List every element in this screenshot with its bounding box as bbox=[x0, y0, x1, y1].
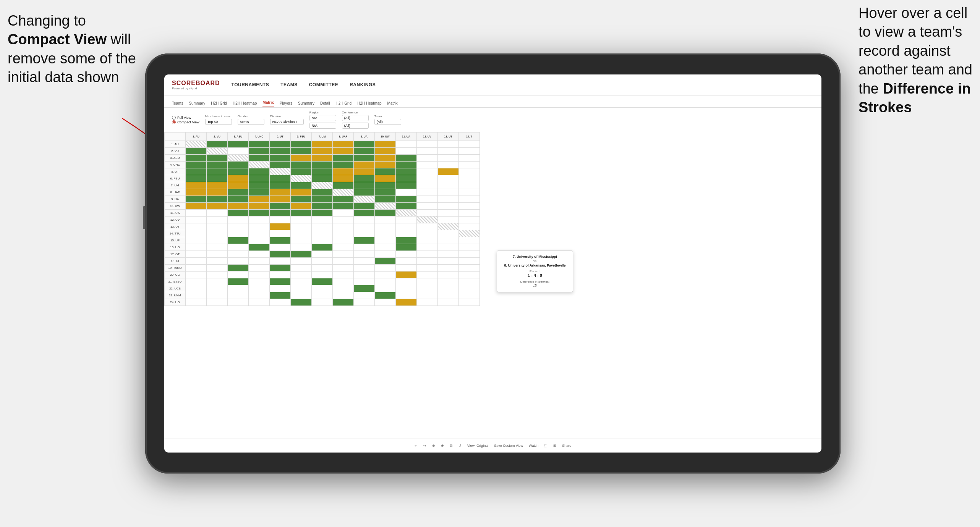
matrix-cell[interactable] bbox=[333, 189, 354, 196]
matrix-cell[interactable] bbox=[228, 237, 249, 244]
matrix-cell[interactable] bbox=[459, 251, 480, 258]
matrix-cell[interactable] bbox=[312, 244, 333, 251]
matrix-cell[interactable] bbox=[249, 148, 270, 155]
matrix-cell[interactable] bbox=[354, 272, 375, 278]
region-select2[interactable]: N/A bbox=[309, 123, 336, 129]
tab-detail[interactable]: Detail bbox=[320, 101, 330, 107]
matrix-cell[interactable] bbox=[186, 244, 207, 251]
matrix-cell[interactable] bbox=[333, 217, 354, 223]
matrix-cell[interactable] bbox=[186, 251, 207, 258]
matrix-cell[interactable] bbox=[312, 175, 333, 182]
matrix-cell[interactable] bbox=[207, 196, 228, 203]
matrix-cell[interactable] bbox=[291, 258, 312, 265]
matrix-cell[interactable] bbox=[396, 162, 417, 168]
matrix-cell[interactable] bbox=[417, 168, 438, 175]
matrix-cell[interactable] bbox=[438, 265, 459, 272]
matrix-cell[interactable] bbox=[207, 175, 228, 182]
matrix-cell[interactable] bbox=[375, 258, 396, 265]
matrix-cell[interactable] bbox=[312, 203, 333, 210]
matrix-cell[interactable] bbox=[396, 285, 417, 292]
tab-players[interactable]: Players bbox=[280, 101, 292, 107]
matrix-cell[interactable] bbox=[459, 217, 480, 223]
matrix-cell[interactable] bbox=[333, 237, 354, 244]
matrix-cell[interactable] bbox=[417, 148, 438, 155]
matrix-cell[interactable] bbox=[396, 182, 417, 189]
matrix-cell[interactable] bbox=[312, 148, 333, 155]
matrix-cell[interactable] bbox=[291, 175, 312, 182]
matrix-cell[interactable] bbox=[228, 203, 249, 210]
matrix-cell[interactable] bbox=[312, 265, 333, 272]
matrix-cell[interactable] bbox=[354, 285, 375, 292]
matrix-cell[interactable] bbox=[375, 168, 396, 175]
matrix-cell[interactable] bbox=[417, 210, 438, 217]
matrix-cell[interactable] bbox=[186, 285, 207, 292]
matrix-cell[interactable] bbox=[228, 251, 249, 258]
gender-select[interactable]: Men's bbox=[238, 119, 264, 125]
matrix-cell[interactable] bbox=[228, 258, 249, 265]
matrix-cell[interactable] bbox=[312, 189, 333, 196]
matrix-cell[interactable] bbox=[375, 189, 396, 196]
matrix-cell[interactable] bbox=[375, 292, 396, 299]
matrix-cell[interactable] bbox=[291, 182, 312, 189]
matrix-cell[interactable] bbox=[438, 141, 459, 148]
matrix-cell[interactable] bbox=[438, 223, 459, 230]
nav-committee[interactable]: COMMITTEE bbox=[309, 82, 339, 87]
matrix-cell[interactable] bbox=[291, 148, 312, 155]
matrix-cell[interactable] bbox=[186, 272, 207, 278]
matrix-cell[interactable] bbox=[249, 292, 270, 299]
matrix-cell[interactable] bbox=[207, 162, 228, 168]
matrix-cell[interactable] bbox=[333, 210, 354, 217]
matrix-cell[interactable] bbox=[186, 148, 207, 155]
matrix-cell[interactable] bbox=[354, 141, 375, 148]
matrix-cell[interactable] bbox=[375, 285, 396, 292]
matrix-cell[interactable] bbox=[459, 244, 480, 251]
matrix-cell[interactable] bbox=[270, 285, 291, 292]
matrix-cell[interactable] bbox=[459, 230, 480, 237]
matrix-cell[interactable] bbox=[312, 182, 333, 189]
matrix-cell[interactable] bbox=[186, 299, 207, 306]
matrix-cell[interactable] bbox=[333, 223, 354, 230]
matrix-cell[interactable] bbox=[354, 210, 375, 217]
matrix-cell[interactable] bbox=[186, 230, 207, 237]
matrix-cell[interactable] bbox=[375, 223, 396, 230]
nav-tournaments[interactable]: TOURNAMENTS bbox=[232, 82, 269, 87]
matrix-cell[interactable] bbox=[438, 148, 459, 155]
matrix-cell[interactable] bbox=[333, 168, 354, 175]
matrix-cell[interactable] bbox=[417, 217, 438, 223]
matrix-cell[interactable] bbox=[459, 203, 480, 210]
matrix-cell[interactable] bbox=[438, 155, 459, 162]
matrix-cell[interactable] bbox=[333, 148, 354, 155]
matrix-cell[interactable] bbox=[438, 217, 459, 223]
matrix-cell[interactable] bbox=[249, 230, 270, 237]
matrix-cell[interactable] bbox=[396, 175, 417, 182]
matrix-cell[interactable] bbox=[396, 230, 417, 237]
matrix-cell[interactable] bbox=[417, 272, 438, 278]
matrix-cell[interactable] bbox=[291, 272, 312, 278]
matrix-cell[interactable] bbox=[459, 265, 480, 272]
matrix-cell[interactable] bbox=[354, 189, 375, 196]
matrix-cell[interactable] bbox=[417, 141, 438, 148]
matrix-cell[interactable] bbox=[186, 203, 207, 210]
matrix-cell[interactable] bbox=[228, 210, 249, 217]
matrix-cell[interactable] bbox=[270, 251, 291, 258]
matrix-cell[interactable] bbox=[312, 230, 333, 237]
matrix-cell[interactable] bbox=[270, 217, 291, 223]
matrix-cell[interactable] bbox=[207, 278, 228, 285]
matrix-cell[interactable] bbox=[186, 141, 207, 148]
matrix-cell[interactable] bbox=[354, 203, 375, 210]
matrix-cell[interactable] bbox=[375, 272, 396, 278]
matrix-cell[interactable] bbox=[291, 223, 312, 230]
matrix-cell[interactable] bbox=[375, 148, 396, 155]
matrix-cell[interactable] bbox=[270, 230, 291, 237]
matrix-cell[interactable] bbox=[207, 251, 228, 258]
matrix-cell[interactable] bbox=[438, 237, 459, 244]
matrix-cell[interactable] bbox=[354, 251, 375, 258]
share-button[interactable]: Share bbox=[562, 444, 571, 448]
matrix-cell[interactable] bbox=[228, 155, 249, 162]
matrix-cell[interactable] bbox=[438, 203, 459, 210]
matrix-cell[interactable] bbox=[312, 237, 333, 244]
matrix-cell[interactable] bbox=[417, 258, 438, 265]
matrix-cell[interactable] bbox=[459, 155, 480, 162]
matrix-cell[interactable] bbox=[459, 168, 480, 175]
region-select1[interactable]: N/A bbox=[309, 115, 336, 121]
